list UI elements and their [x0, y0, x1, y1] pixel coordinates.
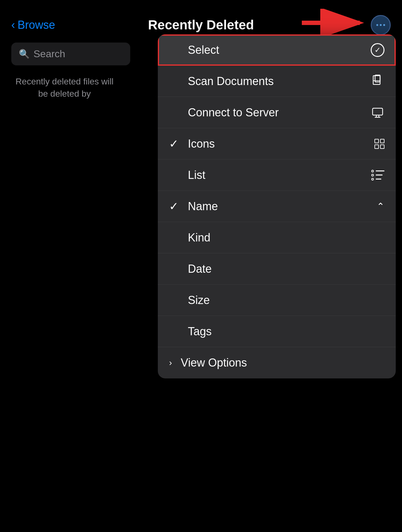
kind-label: Kind	[188, 231, 210, 244]
connect-server-label: Connect to Server	[188, 106, 279, 119]
server-icon	[371, 106, 384, 119]
menu-item-list[interactable]: List	[158, 160, 396, 191]
list-label: List	[188, 169, 205, 182]
menu-item-content: Select	[169, 43, 219, 57]
view-options-label: View Options	[181, 356, 247, 369]
menu-item-content: Size	[169, 294, 210, 307]
menu-item-content: Date	[169, 262, 212, 276]
menu-item-content: Connect to Server	[169, 106, 279, 119]
size-label: Size	[188, 294, 210, 307]
menu-item-content: ✓ Icons	[169, 137, 215, 150]
menu-item-content: Tags	[169, 325, 212, 338]
date-label: Date	[188, 262, 212, 276]
icons-checkmark: ✓	[169, 137, 182, 150]
scan-documents-label: Scan Documents	[188, 75, 274, 88]
tags-label: Tags	[188, 325, 212, 338]
menu-item-scan-documents[interactable]: Scan Documents	[158, 66, 396, 97]
menu-item-tags[interactable]: Tags	[158, 316, 396, 347]
svg-rect-13	[373, 76, 380, 84]
menu-item-content: List	[169, 169, 205, 182]
menu-item-view-options[interactable]: › View Options	[158, 347, 396, 378]
menu-item-connect-server[interactable]: Connect to Server	[158, 97, 396, 128]
name-checkmark: ✓	[169, 200, 182, 213]
dropdown-overlay: Select ✓ Scan Documents Connect to Serve…	[0, 0, 402, 532]
svg-rect-16	[373, 108, 383, 115]
menu-item-name[interactable]: ✓ Name ⌃	[158, 191, 396, 222]
grid-icon	[374, 139, 384, 149]
scan-documents-icon	[371, 74, 384, 88]
menu-item-content: Kind	[169, 231, 210, 244]
list-icon	[371, 170, 384, 180]
menu-item-select[interactable]: Select ✓	[158, 34, 396, 66]
checkmark-circle-icon: ✓	[371, 43, 384, 57]
menu-item-content: Scan Documents	[169, 75, 274, 88]
select-label: Select	[188, 43, 219, 57]
chevron-right-icon: ›	[169, 358, 172, 368]
menu-item-kind[interactable]: Kind	[158, 222, 396, 253]
context-menu: Select ✓ Scan Documents Connect to Serve…	[158, 34, 396, 378]
icons-label: Icons	[188, 137, 215, 150]
chevron-up-icon: ⌃	[377, 201, 384, 212]
menu-item-date[interactable]: Date	[158, 253, 396, 285]
menu-item-size[interactable]: Size	[158, 285, 396, 316]
check-icon: ✓	[374, 46, 381, 54]
name-label: Name	[188, 200, 218, 213]
menu-item-content: › View Options	[169, 356, 247, 369]
menu-item-icons[interactable]: ✓ Icons	[158, 128, 396, 160]
menu-item-content: ✓ Name	[169, 200, 218, 213]
